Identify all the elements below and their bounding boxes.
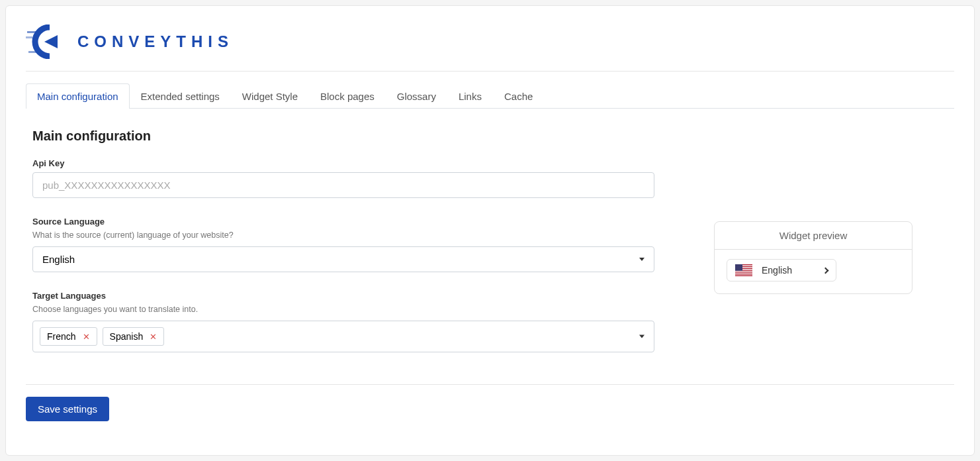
svg-rect-8 [735,272,752,272]
tab-block-pages[interactable]: Block pages [309,83,386,109]
tabs: Main configuration Extended settings Wid… [26,83,954,109]
svg-rect-9 [735,274,752,274]
source-language-help: What is the source (current) language of… [32,230,654,240]
source-language-select[interactable]: English [32,246,654,272]
svg-rect-2 [28,51,36,53]
svg-rect-11 [735,264,742,271]
target-languages-help: Choose languages you want to translate i… [32,305,654,314]
brand-logo: CONVEYTHIS [26,25,954,59]
widget-preview-box: Widget preview [714,221,913,294]
settings-card: CONVEYTHIS Main configuration Extended s… [5,5,975,456]
footer: Save settings [26,384,954,433]
target-language-tag: French ✕ [40,327,97,346]
tab-glossary[interactable]: Glossary [386,83,447,109]
api-key-label: Api Key [32,158,654,168]
widget-preview-title: Widget preview [715,222,912,250]
target-languages-select[interactable]: French ✕ Spanish ✕ [32,321,654,352]
chevron-right-icon [823,267,829,274]
target-language-tag: Spanish ✕ [103,327,165,346]
tab-widget-style[interactable]: Widget Style [231,83,309,109]
caret-down-icon [639,258,645,261]
svg-rect-0 [27,31,36,33]
tab-links[interactable]: Links [447,83,493,109]
field-target-languages: Target Languages Choose languages you wa… [32,291,654,352]
language-widget-content: English [735,264,792,276]
tab-cache[interactable]: Cache [493,83,544,109]
form-column: Main configuration Api Key Source Langua… [32,128,654,371]
source-language-value: English [42,254,75,265]
field-source-language: Source Language What is the source (curr… [32,217,654,272]
svg-rect-10 [735,276,752,276]
target-language-tag-label: French [47,331,76,342]
remove-tag-icon[interactable]: ✕ [83,333,90,341]
content: Main configuration Api Key Source Langua… [6,109,974,384]
api-key-input[interactable] [32,172,654,198]
language-widget[interactable]: English [727,259,836,282]
caret-down-icon [639,335,645,338]
field-api-key: Api Key [32,158,654,198]
tab-main-configuration[interactable]: Main configuration [26,83,130,109]
preview-column: Widget preview [714,128,913,371]
page-title: Main configuration [32,128,654,144]
target-language-tag-label: Spanish [110,331,144,342]
brand-logo-mark [26,25,64,59]
svg-rect-1 [26,36,32,38]
target-languages-label: Target Languages [32,291,654,301]
widget-preview-body: English [715,250,912,293]
brand-logo-text: CONVEYTHIS [77,32,234,51]
source-language-label: Source Language [32,217,654,227]
header: CONVEYTHIS [6,6,974,71]
language-widget-label: English [762,265,792,276]
save-button[interactable]: Save settings [26,397,109,421]
tab-extended-settings[interactable]: Extended settings [130,83,231,109]
remove-tag-icon[interactable]: ✕ [150,333,157,341]
flag-us-icon [735,264,752,276]
header-divider [26,71,954,72]
